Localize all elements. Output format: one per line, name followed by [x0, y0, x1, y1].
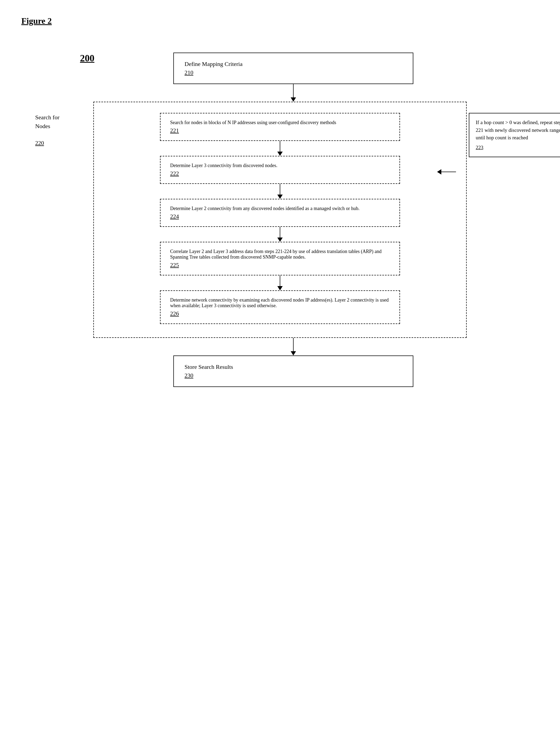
step-223-text: If a hop count > 0 was defined, repeat s… [476, 119, 560, 140]
feedback-arrow-222 [437, 169, 456, 175]
step-221-box: Search for nodes in blocks of N IP addre… [160, 113, 400, 141]
step-222-ref: 222 [170, 170, 390, 177]
arrow-down-5 [277, 275, 283, 290]
store-results-box: Store Search Results 230 [173, 355, 413, 387]
row-222: Determine Layer 3 connectivity from disc… [107, 156, 453, 184]
diagram: Figure 2 200 Define Mapping Criteria 210… [21, 16, 539, 387]
step-226-ref: 226 [170, 310, 390, 317]
step-223-box: If a hop count > 0 was defined, repeat s… [469, 113, 560, 157]
define-mapping-label: Define Mapping Criteria [184, 61, 243, 67]
store-results-ref: 230 [184, 372, 402, 379]
step-226-text: Determine network connectivity by examin… [170, 297, 389, 308]
search-nodes-text: Search forNodes [35, 114, 59, 130]
define-mapping-ref: 210 [184, 69, 402, 76]
step-222-box: Determine Layer 3 connectivity from disc… [160, 156, 400, 184]
step-224-box: Determine Layer 2 connectivity from any … [160, 199, 400, 227]
step-225-ref: 225 [170, 262, 390, 269]
step-221-ref: 221 [170, 127, 390, 134]
search-nodes-label: Search forNodes 220 [35, 113, 59, 147]
arrow-down-1 [291, 84, 296, 102]
row-221-223: Search for nodes in blocks of N IP addre… [107, 113, 453, 141]
step-224-ref: 224 [170, 213, 390, 220]
arrow-down-3 [277, 184, 283, 199]
step-225-box: Correlate Layer 2 and Layer 3 address da… [160, 242, 400, 275]
col-221: Search for nodes in blocks of N IP addre… [160, 113, 400, 141]
arrow-down-2 [277, 141, 283, 156]
step-224-text: Determine Layer 2 connectivity from any … [170, 206, 359, 211]
search-nodes-ref: 220 [35, 138, 59, 147]
step-225-text: Correlate Layer 2 and Layer 3 address da… [170, 249, 382, 260]
arrow-left-head [437, 169, 441, 175]
define-mapping-box: Define Mapping Criteria 210 [173, 53, 413, 84]
arrow-down-4 [277, 227, 283, 242]
step-226-box: Determine network connectivity by examin… [160, 290, 400, 324]
store-results-label: Store Search Results [184, 364, 233, 370]
arrow-left-line [441, 172, 456, 172]
ref-200: 200 [80, 53, 94, 64]
step-222-text: Determine Layer 3 connectivity from disc… [170, 163, 277, 168]
step-221-text: Search for nodes in blocks of N IP addre… [170, 120, 336, 125]
inner-blocks: Search for nodes in blocks of N IP addre… [107, 113, 453, 324]
arrow-down-6 [291, 338, 296, 355]
search-nodes-container: Search forNodes 220 Search for nodes in … [93, 102, 467, 338]
figure-title: Figure 2 [21, 16, 539, 26]
step-223-ref: 223 [476, 144, 560, 152]
